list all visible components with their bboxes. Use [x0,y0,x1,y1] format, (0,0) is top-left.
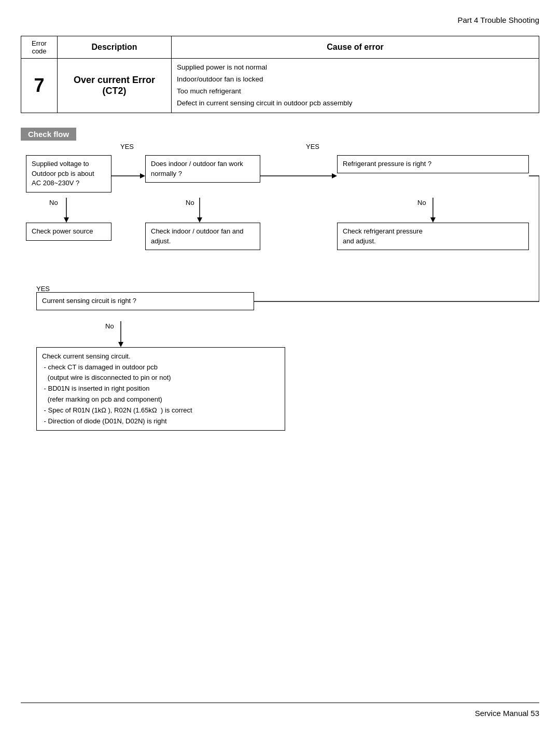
no-label-2: No [186,199,194,207]
flow-box-6: Check refrigerant pressureand adjust. [337,223,529,251]
svg-marker-5 [64,217,69,223]
flow-box-5: Check indoor / outdoor fan andadjust. [145,223,260,251]
box6-text: Check refrigerant pressureand adjust. [343,227,423,245]
flow-box-2: Does indoor / outdoor fan worknormally ? [145,155,260,183]
footer-text: Service Manual 53 [475,709,539,718]
page: Part 4 Trouble Shooting Error code Descr… [0,0,560,729]
svg-marker-15 [118,342,123,347]
svg-marker-3 [332,173,337,178]
cause-1: Supplied power is not normal [177,63,267,71]
no-label-1: No [49,199,58,207]
box4-text: Check power source [32,227,93,235]
desc-line2: (CT2) [103,86,127,96]
box1-text: Supplied voltage toOutdoor pcb is aboutA… [32,160,94,187]
svg-marker-1 [140,173,145,178]
cause-of-error: Supplied power is not normal Indoor/outd… [172,59,539,113]
flow-box-4: Check power source [26,223,111,241]
no-label-4: No [105,322,114,330]
col1-header: Error code [21,36,58,59]
no-label-3: No [417,199,426,207]
svg-marker-9 [430,217,436,223]
flow-box-8: Check current sensing circuit. - check C… [36,347,285,431]
yes-label-2: YES [306,143,319,150]
col2-header: Description [58,36,172,59]
flow-box-1: Supplied voltage toOutdoor pcb is aboutA… [26,155,111,193]
box5-text: Check indoor / outdoor fan andadjust. [151,227,244,245]
flow-box-3: Refrigerant pressure is right ? [337,155,529,173]
yes-label-1: YES [120,143,134,150]
col3-header: Cause of error [172,36,539,59]
flow-diagram: YES YES YES No No No No Supplied voltage… [21,141,539,410]
box7-text: Current sensing circuit is right ? [42,297,136,305]
cause-2: Indoor/outdoor fan is locked [177,75,263,83]
box3-text: Refrigerant pressure is right ? [343,160,431,168]
svg-marker-7 [197,217,202,223]
error-table: Error code Description Cause of error 7 … [21,36,539,113]
error-description: Over current Error (CT2) [58,59,172,113]
check-flow-label: Check flow [21,128,76,141]
error-code: 7 [21,59,58,113]
footer-line [21,703,539,703]
header-title: Part 4 Trouble Shooting [457,16,539,24]
page-footer: Service Manual 53 [475,709,539,718]
cause-3: Too much refrigerant [177,87,241,95]
flow-box-7: Current sensing circuit is right ? [36,292,254,310]
box2-text: Does indoor / outdoor fan worknormally ? [151,160,243,177]
cause-4: Defect in current sensing circuit in out… [177,99,352,107]
box8-text: Check current sensing circuit. - check C… [42,352,192,425]
page-header: Part 4 Trouble Shooting [21,16,539,26]
yes-label-3: YES [36,285,50,293]
desc-line1: Over current Error [74,75,155,85]
